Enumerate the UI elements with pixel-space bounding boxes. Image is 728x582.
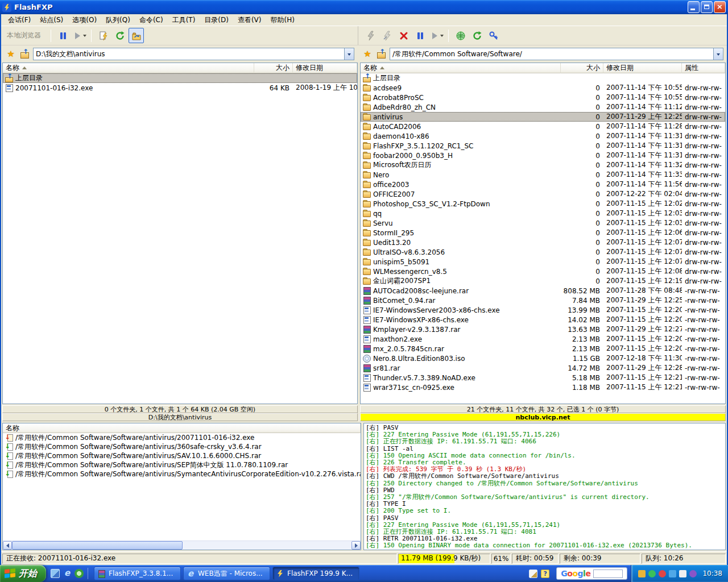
queue-item[interactable]: /常用软件/Common Software/Software/antivirus…	[3, 451, 361, 460]
file-row[interactable]: AdbeRdr80_zh_CN 0 2007-11-14 下午 11:12 dr…	[361, 102, 725, 112]
start-transfer-button[interactable]	[429, 28, 444, 43]
file-row[interactable]: Thunder.v5.7.3.389.NoAD.exe 5.18 MB 2007…	[361, 373, 725, 383]
file-row[interactable]: BitComet_0.94.rar 7.84 MB 2007-11-29 上午 …	[361, 296, 725, 305]
quick-connect-button[interactable]	[363, 28, 378, 43]
menu-item[interactable]: 帮助(H)	[266, 14, 299, 26]
file-row[interactable]: Nero 0 2007-11-14 下午 11:33 drw-rw-rw-	[361, 170, 725, 180]
remote-favorites-button[interactable]: ★	[361, 48, 374, 60]
folder-sync-button[interactable]	[129, 28, 144, 43]
scroll-track[interactable]	[12, 541, 351, 550]
queue-item[interactable]: /常用软件/Common Software/Software/antivirus…	[3, 469, 361, 479]
file-row[interactable]: acdsee9 0 2007-11-14 下午 10:55 drw-rw-rw-	[361, 83, 725, 93]
file-row[interactable]: maxthon2.exe 2.13 MB 2007-11-15 上午 12:20…	[361, 334, 725, 344]
abort-button[interactable]	[396, 28, 411, 43]
file-row[interactable]: office2003 0 2007-11-14 下午 11:56 drw-rw-…	[361, 180, 725, 189]
minimize-button[interactable]	[688, 1, 700, 13]
file-row[interactable]: foobar2000_0.950b3_H 0 2007-11-14 下午 11:…	[361, 151, 725, 160]
quicklaunch-show-desktop-icon[interactable]	[51, 569, 60, 578]
file-row[interactable]: sr81.rar 14.72 MB 2007-11-29 上午 12:28 -r…	[361, 363, 725, 373]
menu-item[interactable]: 队列(Q)	[101, 14, 135, 26]
tray-icon-3[interactable]	[659, 570, 666, 577]
quicklaunch-browser-icon[interactable]: e	[63, 569, 72, 578]
file-row[interactable]: Microsoft农历日历 0 2007-11-14 下午 11:32 drw-…	[361, 160, 725, 170]
pause-queue-button[interactable]	[55, 28, 71, 43]
tray-icon-1[interactable]	[638, 570, 646, 577]
reconnect-button[interactable]	[379, 28, 395, 43]
column-header-date[interactable]: 修改日期	[293, 63, 357, 73]
column-header-attr[interactable]: 属性	[682, 63, 725, 73]
taskbar-window-button[interactable]: FlashFXP 199.9 K...	[272, 567, 359, 580]
identity-button[interactable]	[486, 28, 501, 43]
queue-column-header-name[interactable]: 名称	[3, 423, 361, 433]
file-row[interactable]: unispim5_b5091 0 2007-11-15 上午 12:07 drw…	[361, 257, 725, 267]
file-row[interactable]: wrar371sc_cn-0925.exe 1.18 MB 2007-11-15…	[361, 383, 725, 392]
column-header-name[interactable]: 名称	[3, 63, 254, 73]
transfer-queue-button[interactable]	[96, 28, 111, 43]
file-row[interactable]: 上层目录	[3, 73, 357, 83]
menu-item[interactable]: 工具(T)	[168, 14, 200, 26]
queue-item[interactable]: /常用软件/Common Software/Software/antivirus…	[3, 442, 361, 451]
column-header-date[interactable]: 修改日期	[603, 63, 682, 73]
scroll-left-button[interactable]	[3, 541, 12, 550]
restore-button[interactable]	[701, 1, 713, 13]
queue-item[interactable]: /常用软件/Common Software/Software/antivirus…	[3, 460, 361, 469]
file-row[interactable]: qq 0 2007-11-15 上午 12:03 drw-rw-rw-	[361, 209, 725, 218]
refresh-remote-button[interactable]	[469, 28, 485, 43]
tray-icon-6[interactable]	[689, 570, 697, 577]
file-row[interactable]: IE7-WindowsXP-x86-chs.exe 14.02 MB 2007-…	[361, 315, 725, 325]
scroll-thumb[interactable]	[12, 541, 183, 550]
menu-item[interactable]: 命令(C)	[135, 14, 168, 26]
tray-icon-4[interactable]	[669, 570, 676, 577]
file-row[interactable]: Uedit13.20 0 2007-11-15 上午 12:07 drw-rw-…	[361, 238, 725, 247]
start-queue-button[interactable]	[72, 28, 87, 43]
file-row[interactable]: mx_2.0.5.7845cn.rar 2.13 MB 2007-11-15 上…	[361, 344, 725, 354]
menu-item[interactable]: 选项(O)	[68, 14, 101, 26]
connect-button[interactable]	[453, 28, 468, 43]
file-row[interactable]: antivirus 0 2007-11-29 上午 12:25 drw-rw-r…	[361, 112, 725, 122]
google-search-input[interactable]	[593, 569, 623, 578]
taskbar-window-button[interactable]: FlashFXP_3.3.8.1...	[94, 567, 181, 580]
language-bar-icon[interactable]	[529, 569, 537, 578]
column-header-name[interactable]: 名称	[361, 63, 561, 73]
file-row[interactable]: 金山词霸2007SP1 0 2007-11-15 上午 12:19 drw-rw…	[361, 276, 725, 286]
close-button[interactable]: ×	[714, 1, 726, 13]
file-row[interactable]: AUTOcad2008sc-leejune.rar 808.52 MB 2007…	[361, 286, 725, 296]
taskbar-window-button[interactable]: WEB迅雷 - Micros...	[183, 567, 270, 580]
local-path-combobox[interactable]: D:\我的文档\antivirus	[33, 48, 354, 60]
file-row[interactable]: OFFICE2007 0 2007-12-22 下午 02:04 drw-rw-…	[361, 189, 725, 199]
local-favorites-button[interactable]: ★	[5, 48, 17, 60]
file-row[interactable]: 上层目录	[361, 73, 725, 83]
file-row[interactable]: AutoCAD2006 0 2007-11-14 下午 11:28 drw-rw…	[361, 122, 725, 131]
menu-item[interactable]: 查看(V)	[233, 14, 266, 26]
file-row[interactable]: StormII_295 0 2007-11-15 上午 12:06 drw-rw…	[361, 228, 725, 238]
remote-path-dropdown-button[interactable]	[713, 48, 723, 60]
refresh-local-button[interactable]	[112, 28, 127, 43]
remote-path-combobox[interactable]: /常用软件/Common Software/Software/	[390, 48, 723, 60]
local-up-dir-button[interactable]	[19, 48, 31, 60]
column-header-size[interactable]: 大小	[254, 63, 293, 73]
file-row[interactable]: 20071101-016-i32.exe 64 KB 2008-1-19 上午 …	[3, 83, 357, 93]
file-row[interactable]: WLMessengercn_v8.5 0 2007-11-15 上午 12:08…	[361, 267, 725, 276]
file-row[interactable]: Nero.8.Ultra.Edition803.iso 1.15 GB 2007…	[361, 354, 725, 363]
help-icon[interactable]	[541, 569, 549, 578]
tray-icon-5[interactable]	[679, 570, 686, 577]
queue-item[interactable]: /常用软件/Common Software/Software/antivirus…	[3, 433, 361, 442]
scroll-right-button[interactable]	[351, 541, 361, 550]
taskbar-clock[interactable]: 10:38	[702, 569, 722, 577]
file-row[interactable]: IE7-WindowsServer2003-x86-chs.exe 13.99 …	[361, 305, 725, 315]
local-path-dropdown-button[interactable]	[344, 48, 354, 60]
remote-up-dir-button[interactable]	[375, 48, 388, 60]
menu-item[interactable]: 目录(D)	[200, 14, 233, 26]
file-row[interactable]: daemon410-x86 0 2007-11-14 下午 11:31 drw-…	[361, 131, 725, 141]
tray-icon-2[interactable]	[648, 570, 656, 577]
pause-transfer-button[interactable]	[412, 28, 428, 43]
file-row[interactable]: UltraISO-v8.6.3.2056 0 2007-11-15 上午 12:…	[361, 247, 725, 257]
column-header-size[interactable]: 大小	[561, 63, 603, 73]
quicklaunch-media-icon[interactable]	[75, 569, 84, 578]
file-row[interactable]: Kmplayer-v2.9.3.1387.rar 13.63 MB 2007-1…	[361, 325, 725, 334]
file-row[interactable]: FlashFXP_3.5.1.1202_RC1_SC 0 2007-11-14 …	[361, 141, 725, 151]
start-button[interactable]: 开始	[0, 565, 46, 582]
menu-item[interactable]: 会话(F)	[3, 14, 35, 26]
file-row[interactable]: Acrobat8ProSC 0 2007-11-14 下午 10:55 drw-…	[361, 93, 725, 102]
file-row[interactable]: Servu 0 2007-11-15 上午 12:03 drw-rw-rw-	[361, 218, 725, 228]
